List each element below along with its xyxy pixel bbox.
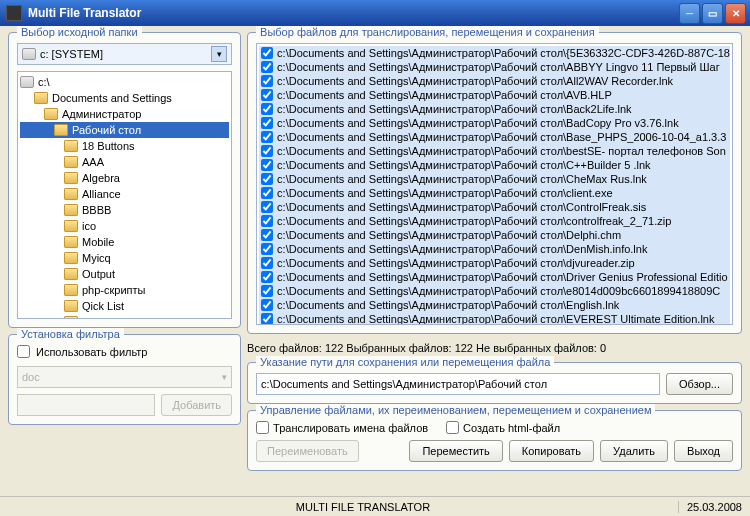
file-checkbox[interactable]	[261, 299, 273, 311]
file-checkbox[interactable]	[261, 187, 273, 199]
drive-label: c: [SYSTEM]	[40, 48, 103, 60]
file-row[interactable]: c:\Documents and Settings\Администратор\…	[259, 228, 730, 242]
file-checkbox[interactable]	[261, 159, 273, 171]
tree-item[interactable]: Documents and Settings	[20, 90, 229, 106]
file-row[interactable]: c:\Documents and Settings\Администратор\…	[259, 88, 730, 102]
tree-item[interactable]: Qick List	[20, 298, 229, 314]
filter-group: Установка фильтра Использовать фильтр do…	[8, 334, 241, 425]
file-checkbox[interactable]	[261, 145, 273, 157]
folder-tree[interactable]: c:\Documents and SettingsАдминистраторРа…	[17, 71, 232, 319]
tree-item[interactable]: c:\	[20, 74, 229, 90]
file-row[interactable]: c:\Documents and Settings\Администратор\…	[259, 186, 730, 200]
browse-button[interactable]: Обзор...	[666, 373, 733, 395]
folder-icon	[64, 268, 78, 280]
file-row[interactable]: c:\Documents and Settings\Администратор\…	[259, 172, 730, 186]
folder-icon	[64, 300, 78, 312]
manage-group-title: Управление файлами, их переименованием, …	[256, 404, 655, 416]
file-checkbox[interactable]	[261, 201, 273, 213]
manage-group: Управление файлами, их переименованием, …	[247, 410, 742, 471]
file-checkbox[interactable]	[261, 215, 273, 227]
tree-item[interactable]: Algebra	[20, 170, 229, 186]
file-checkbox[interactable]	[261, 117, 273, 129]
file-list-title: Выбор файлов для транслирования, перемещ…	[256, 26, 599, 38]
file-row[interactable]: c:\Documents and Settings\Администратор\…	[259, 130, 730, 144]
use-filter-checkbox[interactable]: Использовать фильтр	[17, 345, 232, 358]
tree-item[interactable]: BBBB	[20, 202, 229, 218]
tree-item[interactable]: Output	[20, 266, 229, 282]
tree-item[interactable]: Myicq	[20, 250, 229, 266]
tree-item[interactable]: 18 Buttons	[20, 138, 229, 154]
file-checkbox[interactable]	[261, 271, 273, 283]
translate-names-checkbox[interactable]: Транслировать имена файлов	[256, 421, 428, 434]
file-list[interactable]: c:\Documents and Settings\Администратор\…	[256, 43, 733, 325]
move-button[interactable]: Переместить	[409, 440, 502, 462]
file-row[interactable]: c:\Documents and Settings\Администратор\…	[259, 102, 730, 116]
tree-item[interactable]: Alliance	[20, 186, 229, 202]
path-input[interactable]: c:\Documents and Settings\Администратор\…	[256, 373, 660, 395]
file-checkbox[interactable]	[261, 61, 273, 73]
source-group-title: Выбор исходной папки	[17, 26, 142, 38]
file-row[interactable]: c:\Documents and Settings\Администратор\…	[259, 46, 730, 60]
file-row[interactable]: c:\Documents and Settings\Администратор\…	[259, 116, 730, 130]
status-center: MULTI FILE TRANSLATOR	[48, 501, 678, 513]
chevron-down-icon: ▾	[222, 372, 227, 382]
file-row[interactable]: c:\Documents and Settings\Администратор\…	[259, 312, 730, 325]
file-row[interactable]: c:\Documents and Settings\Администратор\…	[259, 242, 730, 256]
folder-icon	[44, 108, 58, 120]
folder-icon	[64, 220, 78, 232]
file-checkbox[interactable]	[261, 131, 273, 143]
tree-item[interactable]: Рабочий стол	[20, 122, 229, 138]
drive-icon	[20, 76, 34, 88]
delete-button[interactable]: Удалить	[600, 440, 668, 462]
file-checkbox[interactable]	[261, 103, 273, 115]
file-row[interactable]: c:\Documents and Settings\Администратор\…	[259, 214, 730, 228]
filter-group-title: Установка фильтра	[17, 328, 124, 340]
chevron-down-icon: ▾	[211, 46, 227, 62]
file-checkbox[interactable]	[261, 243, 273, 255]
folder-icon	[54, 124, 68, 136]
file-checkbox[interactable]	[261, 257, 273, 269]
maximize-button[interactable]: ▭	[702, 3, 723, 24]
copy-button[interactable]: Копировать	[509, 440, 594, 462]
file-row[interactable]: c:\Documents and Settings\Администратор\…	[259, 158, 730, 172]
file-checkbox[interactable]	[261, 89, 273, 101]
file-row[interactable]: c:\Documents and Settings\Администратор\…	[259, 298, 730, 312]
file-list-group: Выбор файлов для транслирования, перемещ…	[247, 32, 742, 334]
file-row[interactable]: c:\Documents and Settings\Администратор\…	[259, 200, 730, 214]
drive-select[interactable]: c: [SYSTEM] ▾	[17, 43, 232, 65]
close-button[interactable]: ✕	[725, 3, 746, 24]
tree-item[interactable]: Администратор	[20, 106, 229, 122]
file-checkbox[interactable]	[261, 173, 273, 185]
minimize-button[interactable]: ─	[679, 3, 700, 24]
source-folder-group: Выбор исходной папки c: [SYSTEM] ▾ c:\Do…	[8, 32, 241, 328]
exit-button[interactable]: Выход	[674, 440, 733, 462]
folder-icon	[64, 252, 78, 264]
file-checkbox[interactable]	[261, 75, 273, 87]
file-row[interactable]: c:\Documents and Settings\Администратор\…	[259, 284, 730, 298]
statusbar: MULTI FILE TRANSLATOR 25.03.2008	[0, 496, 750, 516]
tree-item[interactable]: ico	[20, 218, 229, 234]
tree-item[interactable]: AAA	[20, 154, 229, 170]
file-checkbox[interactable]	[261, 229, 273, 241]
file-checkbox[interactable]	[261, 313, 273, 325]
file-checkbox[interactable]	[261, 47, 273, 59]
file-row[interactable]: c:\Documents and Settings\Администратор\…	[259, 60, 730, 74]
file-row[interactable]: c:\Documents and Settings\Администратор\…	[259, 144, 730, 158]
folder-icon	[64, 172, 78, 184]
use-filter-input[interactable]	[17, 345, 30, 358]
tree-item[interactable]: Mobile	[20, 234, 229, 250]
file-row[interactable]: c:\Documents and Settings\Администратор\…	[259, 74, 730, 88]
filter-value-input	[17, 394, 155, 416]
file-row[interactable]: c:\Documents and Settings\Администратор\…	[259, 270, 730, 284]
tree-item[interactable]: php-скрипты	[20, 282, 229, 298]
folder-icon	[64, 236, 78, 248]
window-title: Multi File Translator	[28, 6, 679, 20]
drive-icon	[22, 48, 36, 60]
create-html-checkbox[interactable]: Создать html-файл	[446, 421, 560, 434]
file-checkbox[interactable]	[261, 285, 273, 297]
folder-icon	[64, 140, 78, 152]
file-row[interactable]: c:\Documents and Settings\Администратор\…	[259, 256, 730, 270]
folder-icon	[64, 316, 78, 319]
folder-icon	[34, 92, 48, 104]
tree-item[interactable]: Quick My Site	[20, 314, 229, 319]
